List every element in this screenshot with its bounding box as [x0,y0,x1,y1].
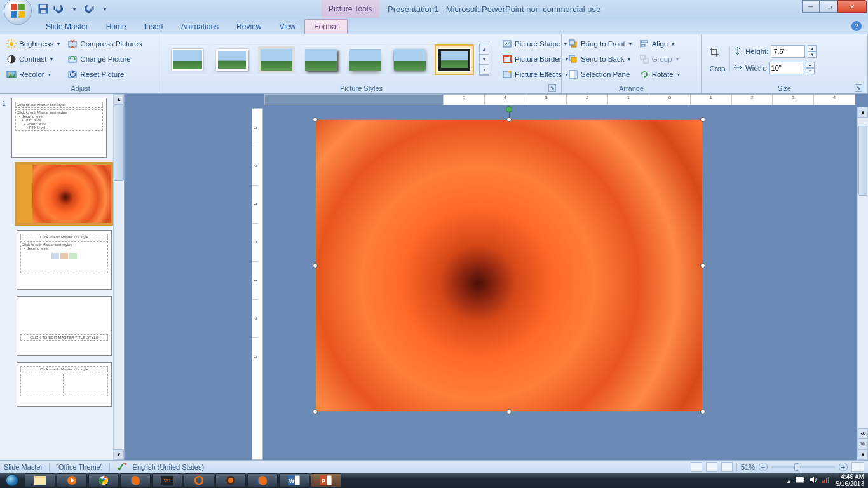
layout-thumb-2[interactable] [17,164,112,224]
tab-slide-master[interactable]: Slide Master [37,20,97,34]
recolor-button[interactable]: Recolor [4,68,62,81]
style-preset-1[interactable] [168,44,207,75]
help-icon[interactable]: ? [851,21,862,31]
size-dialog-launcher[interactable]: ⬊ [855,84,862,92]
resize-handle-e[interactable] [700,263,705,268]
height-input[interactable] [771,45,805,58]
tray-show-hidden[interactable]: ▴ [787,477,790,484]
tab-review[interactable]: Review [227,20,270,34]
brightness-button[interactable]: Brightness [4,37,62,50]
rotate-button[interactable]: Rotate [637,68,682,81]
close-button[interactable]: ✕ [837,0,867,13]
minimize-button[interactable]: ─ [802,0,820,13]
bring-to-front-button[interactable]: Bring to Front [566,37,634,50]
undo-dropdown[interactable] [67,3,80,15]
fit-to-window-button[interactable] [851,462,864,472]
tab-insert[interactable]: Insert [135,20,172,34]
resize-handle-w[interactable] [313,263,318,268]
compress-pictures-button[interactable]: Compress Pictures [65,37,144,50]
tray-network-icon[interactable] [822,477,831,484]
maximize-button[interactable]: ▭ [820,0,837,13]
save-button[interactable] [37,3,50,15]
style-preset-4[interactable] [301,44,341,75]
taskbar-app-2[interactable] [215,473,246,487]
taskbar-app-1[interactable] [184,473,214,487]
start-button[interactable] [0,473,24,488]
spellcheck-icon[interactable] [116,461,126,473]
layout-thumb-3[interactable]: Click to edit Master title style Click t… [17,230,112,290]
zoom-out-button[interactable]: − [759,463,768,471]
resize-handle-se[interactable] [700,409,705,414]
taskbar-word[interactable]: W [279,473,309,487]
slideshow-view-button[interactable] [721,462,733,472]
selection-pane-button[interactable]: Selection Pane [566,68,634,81]
change-picture-button[interactable]: Change Picture [65,53,144,65]
resize-handle-n[interactable] [506,117,512,122]
next-slide-button[interactable]: ≫ [858,438,868,449]
width-spinner[interactable]: ▲▼ [806,62,815,74]
thumbs-scroll-up[interactable]: ▲ [114,94,124,105]
width-input[interactable] [769,62,803,74]
zoom-level[interactable]: 51% [741,463,755,471]
qat-customize-dropdown[interactable] [98,3,111,15]
undo-button[interactable] [52,3,65,15]
taskbar-firefox-2[interactable] [247,473,278,487]
vscroll-handle[interactable] [858,126,867,196]
normal-view-button[interactable] [691,462,702,472]
tab-animations[interactable]: Animations [172,20,227,34]
contrast-button[interactable]: Contrast [4,53,62,65]
picture-shape-button[interactable]: Picture Shape [499,37,571,50]
tray-battery-icon[interactable] [796,477,804,484]
gallery-more-button[interactable]: ▾ [480,65,489,75]
taskbar-chrome[interactable] [88,473,119,487]
zoom-slider[interactable] [771,466,835,468]
resize-handle-ne[interactable] [700,117,705,122]
taskbar-mpc[interactable]: 321 [152,473,182,487]
picture-border-button[interactable]: Picture Border [499,53,571,65]
gallery-scroll-up[interactable]: ▲ [480,44,489,55]
zoom-in-button[interactable]: + [839,463,848,471]
group-button[interactable]: Group [637,53,682,65]
sorter-view-button[interactable] [706,462,717,472]
style-preset-7[interactable] [435,44,474,75]
style-preset-6[interactable] [390,44,430,75]
tab-home[interactable]: Home [97,20,135,34]
taskbar-firefox-1[interactable] [120,473,151,487]
rotation-handle[interactable] [506,106,512,112]
reset-picture-button[interactable]: Reset Picture [65,68,144,81]
style-preset-2[interactable] [212,44,252,75]
resize-handle-s[interactable] [506,409,512,414]
tab-format[interactable]: Format [304,19,348,34]
taskbar-powerpoint[interactable]: P [311,473,341,487]
picture-effects-button[interactable]: Picture Effects [499,68,571,81]
prev-slide-button[interactable]: ≪ [858,428,868,439]
align-button[interactable]: Align [637,37,682,50]
tab-view[interactable]: View [270,20,304,34]
layout-thumb-4[interactable]: CLICK TO EDIT MASTER TITLE STYLE [17,296,112,356]
selected-picture[interactable] [315,119,703,412]
crop-button[interactable]: Crop [710,65,726,72]
gallery-scroll-down[interactable]: ▼ [480,55,489,65]
style-preset-5[interactable] [346,44,385,75]
resize-handle-sw[interactable] [313,409,318,414]
send-to-back-button[interactable]: Send to Back [566,53,634,65]
taskbar-explorer[interactable] [25,473,55,487]
status-language[interactable]: English (United States) [133,463,205,471]
redo-button[interactable] [83,3,95,15]
tray-volume-icon[interactable] [810,476,817,485]
height-spinner[interactable]: ▲▼ [808,45,817,58]
thumbs-scrollbar[interactable]: ▲ ▼ [113,94,124,460]
layout-thumb-5[interactable]: Click to edit Master title style [17,362,112,407]
thumbs-scroll-down[interactable]: ▼ [114,449,124,460]
picture-styles-dialog-launcher[interactable]: ⬊ [548,84,556,92]
resize-handle-nw[interactable] [313,117,318,122]
vertical-scrollbar[interactable]: ▲ ≪ ≫ ▼ [857,107,868,460]
thumbs-scroll-handle[interactable] [114,105,124,181]
tray-clock[interactable]: 4:46 AM 5/16/2013 [836,473,865,487]
style-preset-3[interactable] [257,44,296,75]
vscroll-down[interactable]: ▼ [858,449,868,460]
zoom-slider-handle[interactable] [794,463,799,471]
layout-thumb-1[interactable]: 1 Click to edit Master title style Click… [11,98,107,158]
vscroll-up[interactable]: ▲ [858,107,868,118]
taskbar-mediaplayer[interactable] [57,473,87,487]
